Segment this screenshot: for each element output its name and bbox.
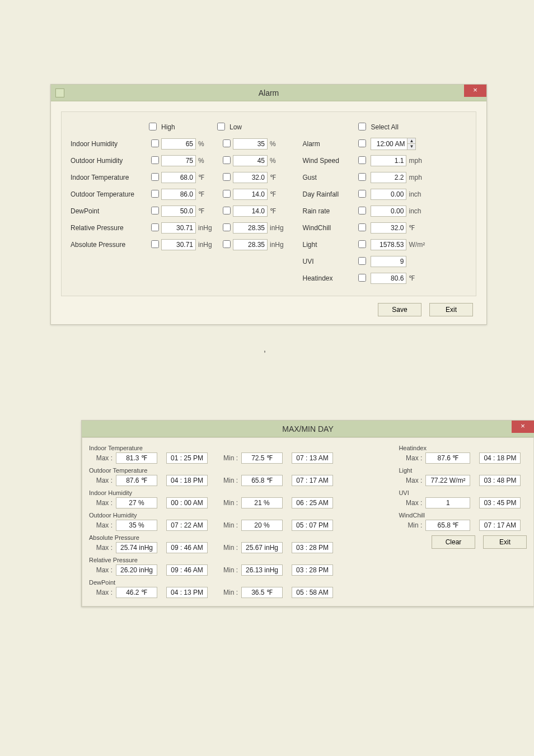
separator-text: ,: [264, 344, 266, 353]
exit-button[interactable]: Exit: [483, 535, 527, 549]
max-value: [116, 475, 157, 486]
mm-section: LightMax :: [399, 467, 527, 487]
clear-button[interactable]: Clear: [432, 535, 475, 549]
unit-label: inHg: [268, 241, 285, 249]
low-all-checkbox[interactable]: [217, 123, 225, 130]
low-checkbox[interactable]: [223, 139, 231, 147]
max-label: Max :: [89, 544, 116, 552]
high-checkbox[interactable]: [151, 240, 159, 248]
high-input[interactable]: [161, 222, 196, 234]
low-checkbox[interactable]: [223, 173, 231, 181]
close-icon[interactable]: ×: [512, 421, 534, 433]
alarm-right-row: Heatindex℉: [302, 270, 467, 287]
right-row-label: Wind Speed: [302, 157, 358, 165]
alarm-right-row: LightW/m²: [302, 236, 467, 253]
exit-button[interactable]: Exit: [429, 303, 473, 316]
value-input[interactable]: [371, 239, 406, 250]
mm-row: Max :Min :: [89, 541, 395, 554]
low-input[interactable]: [233, 222, 268, 234]
maxmin-right-column: HeatindexMax :LightMax :UVIMax :WindChil…: [395, 442, 527, 599]
enable-checkbox[interactable]: [358, 190, 366, 198]
save-button[interactable]: Save: [378, 303, 421, 316]
min-time: [292, 564, 333, 576]
max-value: [116, 520, 157, 531]
high-input[interactable]: [161, 155, 196, 166]
low-checkbox[interactable]: [223, 240, 231, 248]
alarm-row-label: Outdoor Humidity: [71, 157, 149, 165]
value-input[interactable]: [371, 189, 406, 200]
enable-checkbox[interactable]: [358, 223, 366, 231]
low-checkbox[interactable]: [223, 190, 231, 198]
high-checkbox[interactable]: [151, 223, 159, 231]
high-input[interactable]: [161, 138, 196, 150]
low-input[interactable]: [233, 138, 268, 150]
low-input[interactable]: [233, 172, 268, 183]
high-checkbox[interactable]: [151, 190, 159, 198]
unit-label: %: [196, 157, 214, 165]
max-label: Max :: [89, 477, 116, 484]
min-time: [292, 475, 333, 486]
mm-right-value: [425, 452, 470, 464]
min-label: Min :: [217, 521, 241, 529]
enable-checkbox[interactable]: [358, 274, 366, 282]
alarm-titlebar: Alarm ×: [51, 85, 486, 101]
low-checkbox[interactable]: [223, 223, 231, 231]
mm-section: DewPointMax :Min :: [89, 579, 395, 599]
min-time: [292, 520, 333, 531]
min-label: Min :: [217, 454, 241, 462]
value-input[interactable]: [371, 222, 406, 234]
enable-checkbox[interactable]: [358, 257, 366, 265]
value-input[interactable]: [371, 273, 406, 284]
max-label: Max :: [89, 454, 116, 462]
enable-checkbox[interactable]: [358, 156, 366, 164]
max-value: [116, 497, 157, 508]
high-all-checkbox[interactable]: [149, 123, 157, 130]
high-input[interactable]: [161, 239, 196, 250]
enable-checkbox[interactable]: [358, 207, 366, 214]
right-row-label: Gust: [302, 174, 358, 181]
right-row-label: Day Rainfall: [302, 190, 358, 198]
alarm-row-label: Outdoor Temperature: [71, 190, 149, 198]
high-input[interactable]: [161, 172, 196, 183]
min-value: [241, 497, 283, 508]
right-row-label: Light: [302, 241, 358, 249]
low-checkbox[interactable]: [223, 207, 231, 214]
value-input[interactable]: [371, 256, 406, 267]
time-spinner[interactable]: ▲▼: [371, 138, 416, 150]
value-input[interactable]: [371, 155, 406, 166]
right-row-label: Alarm: [302, 140, 358, 148]
high-input[interactable]: [161, 206, 196, 217]
alarm-row-label: Indoor Temperature: [71, 174, 149, 181]
low-input[interactable]: [233, 206, 268, 217]
low-input[interactable]: [233, 155, 268, 166]
select-all-checkbox[interactable]: [358, 123, 366, 130]
low-checkbox[interactable]: [223, 156, 231, 164]
select-all-row: Select All: [302, 119, 467, 136]
high-checkbox[interactable]: [151, 156, 159, 164]
low-input[interactable]: [233, 239, 268, 250]
alarm-footer: Save Exit: [61, 296, 476, 316]
value-input[interactable]: [371, 206, 406, 217]
mm-row: Max :: [399, 451, 527, 465]
min-time: [292, 542, 333, 553]
time-input[interactable]: [371, 138, 407, 150]
min-label: Min :: [217, 499, 241, 507]
high-checkbox[interactable]: [151, 139, 159, 147]
enable-checkbox[interactable]: [358, 240, 366, 248]
low-input[interactable]: [233, 189, 268, 200]
spin-down-icon[interactable]: ▼: [407, 144, 415, 150]
mm-right-label: Min :: [399, 521, 425, 529]
enable-checkbox[interactable]: [358, 139, 366, 147]
mm-right-time: [479, 475, 521, 486]
enable-checkbox[interactable]: [358, 173, 366, 181]
spin-up-icon[interactable]: ▲: [407, 138, 415, 144]
max-time: [166, 587, 208, 598]
alarm-panel: High Low Indoor Humidity%%Outdoor Humidi…: [61, 111, 476, 296]
maxmin-footer: Clear Exit: [399, 535, 527, 549]
high-input[interactable]: [161, 189, 196, 200]
close-icon[interactable]: ×: [464, 85, 486, 97]
value-input[interactable]: [371, 172, 406, 183]
high-checkbox[interactable]: [151, 207, 159, 214]
mm-section: Indoor TemperatureMax :Min :: [89, 445, 395, 465]
high-checkbox[interactable]: [151, 173, 159, 181]
